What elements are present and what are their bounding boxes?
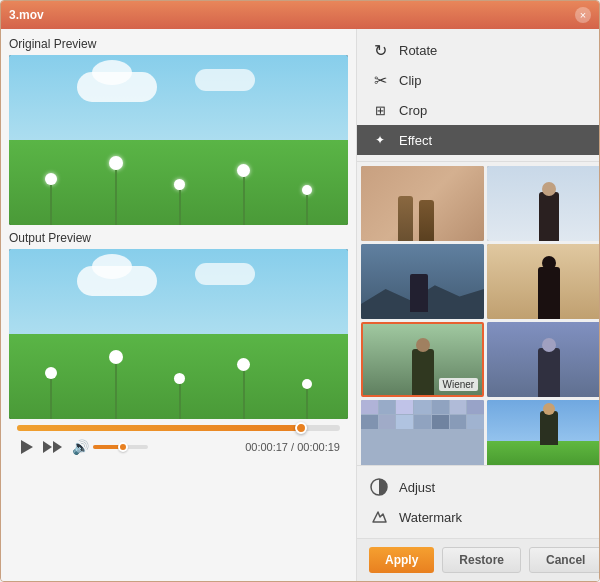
effect-thumb-4[interactable]: [487, 244, 599, 319]
flower-head-3: [174, 179, 185, 190]
output-canvas: [9, 249, 348, 419]
cancel-button[interactable]: Cancel: [529, 547, 599, 573]
menu-item-crop[interactable]: ⊞ Crop: [357, 95, 599, 125]
bottom-item-adjust[interactable]: Adjust: [369, 472, 599, 502]
clip-icon: ✂: [371, 71, 389, 89]
window-title: 3.mov: [9, 8, 44, 22]
controls-bar: 🔊 00:00:17 / 00:00:19: [9, 419, 348, 461]
output-flower-3: [174, 373, 185, 419]
effect-thumb-7[interactable]: [361, 400, 484, 465]
flower-stem-3: [179, 190, 181, 225]
effect-tooltip-wiener: Wiener: [439, 378, 479, 391]
flower-2: [109, 156, 123, 225]
flower-head-4: [237, 164, 250, 177]
output-flower-stem-4: [243, 371, 245, 419]
main-window: 3.mov × Original Preview: [0, 0, 600, 582]
volume-section: 🔊: [72, 439, 148, 455]
flower-4: [237, 164, 250, 225]
menu-items: ↻ Rotate ✂ Clip ⊞ Crop ✦ Effect: [357, 29, 599, 162]
effect-thumb-6[interactable]: [487, 322, 599, 397]
crop-icon: ⊞: [371, 101, 389, 119]
left-panel: Original Preview: [1, 29, 356, 581]
restore-button[interactable]: Restore: [442, 547, 521, 573]
ff-icon-2: [53, 441, 62, 453]
flower-stem-4: [243, 177, 245, 225]
output-preview: [9, 249, 348, 419]
menu-label-clip: Clip: [399, 73, 421, 88]
output-cloud-2: [195, 263, 255, 285]
apply-button[interactable]: Apply: [369, 547, 434, 573]
cloud-1: [77, 72, 157, 102]
adjust-svg: [370, 478, 388, 496]
output-flower-head-2: [109, 350, 123, 364]
menu-item-clip[interactable]: ✂ Clip: [357, 65, 599, 95]
original-preview: [9, 55, 348, 225]
original-canvas: [9, 55, 348, 225]
volume-thumb: [118, 442, 128, 452]
flower-stem-5: [306, 195, 308, 225]
watermark-svg: [370, 508, 388, 526]
output-flowers-container: [9, 317, 348, 419]
flower-stem-2: [115, 170, 117, 225]
volume-icon: 🔊: [72, 439, 89, 455]
playback-controls: 🔊 00:00:17 / 00:00:19: [17, 437, 340, 457]
watermark-label: Watermark: [399, 510, 462, 525]
flower-1: [45, 173, 57, 225]
effect-scene-3: [361, 244, 484, 319]
menu-item-rotate[interactable]: ↻ Rotate: [357, 35, 599, 65]
close-button[interactable]: ×: [575, 7, 591, 23]
flower-head-5: [302, 185, 312, 195]
play-button[interactable]: [17, 437, 37, 457]
output-flower-stem-2: [115, 364, 117, 419]
effect-grid: Wiener: [357, 162, 599, 465]
ff-icon-1: [43, 441, 52, 453]
output-preview-label: Output Preview: [9, 231, 348, 245]
output-cloud-1: [77, 266, 157, 296]
effect-scene-2: [487, 166, 599, 241]
effect-thumb-3[interactable]: [361, 244, 484, 319]
volume-slider[interactable]: [93, 445, 148, 449]
effect-thumb-2[interactable]: [487, 166, 599, 241]
effect-thumb-8[interactable]: [487, 400, 599, 465]
effect-icon: ✦: [371, 131, 389, 149]
cloud-2: [195, 69, 255, 91]
effect-scene-1: [361, 166, 484, 241]
bottom-item-watermark[interactable]: Watermark: [369, 502, 599, 532]
output-flower-1: [45, 367, 57, 419]
time-display: 00:00:17 / 00:00:19: [245, 441, 340, 453]
effect-scene-7: [361, 400, 484, 465]
output-flower-stem-1: [50, 379, 52, 419]
time-total: 00:00:19: [297, 441, 340, 453]
time-separator: /: [291, 441, 294, 453]
output-flower-stem-5: [306, 389, 308, 419]
adjust-icon: [369, 477, 389, 497]
menu-label-effect: Effect: [399, 133, 432, 148]
flower-5: [302, 185, 312, 225]
main-content: Original Preview: [1, 29, 599, 581]
flower-head-1: [45, 173, 57, 185]
progress-bar[interactable]: [17, 425, 340, 431]
watermark-icon: [369, 507, 389, 527]
footer: Apply Restore Cancel: [357, 538, 599, 581]
title-bar: 3.mov ×: [1, 1, 599, 29]
flower-head-2: [109, 156, 123, 170]
time-current: 00:00:17: [245, 441, 288, 453]
bottom-section: Adjust Watermark: [357, 465, 599, 538]
original-preview-label: Original Preview: [9, 37, 348, 51]
output-flower-stem-3: [179, 384, 181, 419]
output-flower-head-5: [302, 379, 312, 389]
effect-thumb-1[interactable]: [361, 166, 484, 241]
fast-forward-button[interactable]: [43, 441, 62, 453]
output-flower-5: [302, 379, 312, 419]
output-flower-head-1: [45, 367, 57, 379]
output-flower-2: [109, 350, 123, 419]
effect-thumb-5[interactable]: Wiener: [361, 322, 484, 397]
output-flower-head-4: [237, 358, 250, 371]
effect-scene-6: [487, 322, 599, 397]
menu-item-effect[interactable]: ✦ Effect: [357, 125, 599, 155]
progress-thumb: [295, 422, 307, 434]
output-flower-head-3: [174, 373, 185, 384]
flower-stem-1: [50, 185, 52, 225]
flower-3: [174, 179, 185, 225]
play-icon: [21, 440, 33, 454]
